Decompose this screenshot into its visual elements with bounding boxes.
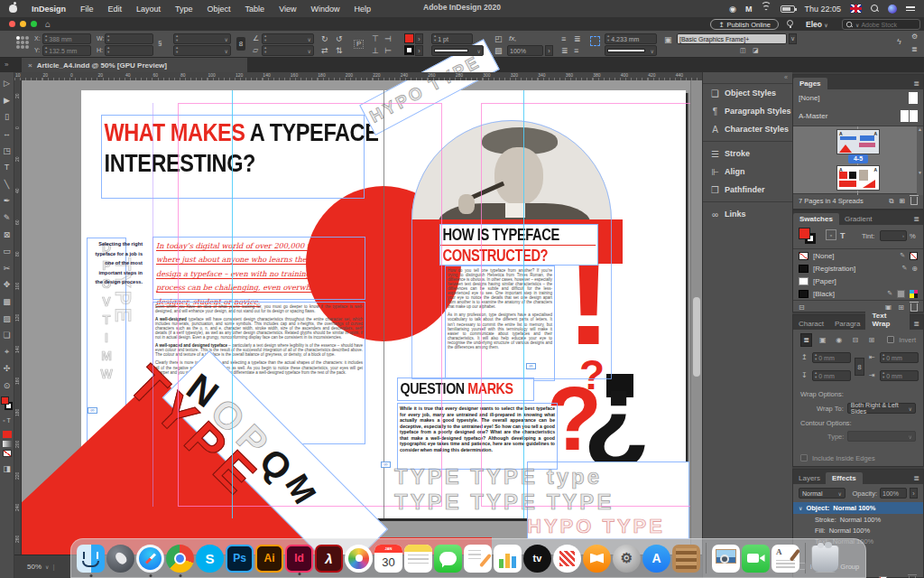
- scrollbar-thumb[interactable]: [693, 297, 700, 377]
- gear-icon[interactable]: ⚙: [911, 33, 918, 41]
- effects-fx-icon[interactable]: fx,: [509, 35, 516, 42]
- effects-opacity-chevron[interactable]: ›: [910, 488, 918, 499]
- dock-notes-icon[interactable]: [404, 545, 432, 573]
- document-tab[interactable]: × Article_A4.indd @ 50% [GPU Preview]: [22, 58, 247, 72]
- publish-online-button[interactable]: ↥Publish Online: [710, 19, 779, 30]
- h-field[interactable]: ▴▾: [105, 45, 153, 56]
- pages-scrollbar[interactable]: ▲▼: [917, 126, 923, 195]
- reference-point-proxy[interactable]: [16, 36, 29, 49]
- swatch-row-black[interactable]: [Black] ✎: [793, 287, 923, 300]
- delete-page-icon[interactable]: [910, 197, 918, 205]
- effects-row-object[interactable]: ∨ Object: Normal 100%: [793, 502, 923, 514]
- rotate-cw-icon[interactable]: ↻: [321, 35, 328, 43]
- dock-finder-icon[interactable]: [77, 545, 105, 573]
- tab-layers[interactable]: Layers: [793, 472, 826, 484]
- offset-top-field[interactable]: ▴▾0 mm: [812, 352, 851, 363]
- offset-link-icon[interactable]: 8: [855, 358, 864, 376]
- align-bottom-icon[interactable]: ⊥: [372, 47, 379, 55]
- wrap-object-shape-button[interactable]: ◉: [833, 333, 845, 347]
- contour-type-dropdown[interactable]: ∨: [847, 431, 916, 442]
- delete-swatch-icon[interactable]: [910, 303, 918, 312]
- dock-skype-icon[interactable]: S: [196, 545, 224, 573]
- y-field[interactable]: ▴▾132.5 mm: [42, 45, 91, 56]
- panel-links[interactable]: ∞Links: [703, 205, 792, 223]
- opacity-field[interactable]: 100%: [507, 45, 543, 56]
- stock-search-input[interactable]: [861, 22, 915, 28]
- note-tool[interactable]: ❏: [0, 327, 14, 344]
- dock-grid-app-icon[interactable]: [672, 545, 700, 573]
- hand-tool[interactable]: ✣: [0, 360, 14, 378]
- dock-textedit-icon[interactable]: A: [772, 545, 799, 573]
- rectangle-tool[interactable]: ▭: [0, 243, 14, 260]
- dock-settings-icon[interactable]: ⚙: [613, 545, 641, 573]
- dock-safari-icon[interactable]: [136, 545, 164, 573]
- pencil-tool[interactable]: ✎: [0, 210, 14, 227]
- wrap-to-dropdown[interactable]: Both Right & Left Sides∨: [847, 403, 916, 414]
- content-collector-tool[interactable]: ◳: [0, 142, 14, 159]
- swatch-row-registration[interactable]: [Registration] ✎ ⊕: [793, 262, 923, 275]
- formatting-text-icon[interactable]: T: [840, 231, 845, 240]
- offset-right-field[interactable]: ▴▾0 mm: [880, 370, 919, 381]
- dock-acrobat-icon[interactable]: λ: [315, 545, 343, 573]
- dock-pages-icon[interactable]: [464, 545, 492, 573]
- offset-left-field[interactable]: ▴▾0 mm: [880, 352, 919, 363]
- rotate-ccw-icon[interactable]: ↺: [336, 35, 343, 43]
- pages-thumbnail-area[interactable]: A A 4-5 A A ▲▼: [793, 126, 923, 194]
- align-top-icon[interactable]: ⊤: [372, 35, 379, 43]
- effects-panel-menu-icon[interactable]: ≣: [910, 472, 923, 484]
- panel-menu-icon[interactable]: ≣: [911, 46, 918, 53]
- panel-character-styles[interactable]: ACharacter Styles: [703, 120, 792, 138]
- fill-swatch-dropdown[interactable]: ›: [415, 33, 423, 44]
- collapse-panels-icon[interactable]: «: [703, 72, 792, 84]
- panel-paragraph-styles[interactable]: ¶Paragraph Styles: [703, 102, 792, 120]
- dock-tv-icon[interactable]: tv: [523, 545, 551, 573]
- apply-none-button[interactable]: [3, 450, 12, 457]
- pages-master-row[interactable]: A-Master: [793, 107, 923, 126]
- dock-trash-icon[interactable]: [811, 545, 839, 573]
- dock-preview-icon[interactable]: [712, 545, 740, 573]
- free-transform-tool[interactable]: ✥: [0, 276, 14, 294]
- gap-tool[interactable]: ↔: [0, 126, 14, 143]
- dock-indesign-icon[interactable]: Id: [285, 545, 313, 573]
- gradient-feather-tool[interactable]: ▨: [0, 310, 14, 327]
- include-inside-edges-checkbox[interactable]: [800, 454, 808, 461]
- cyan-guide-left[interactable]: [232, 90, 233, 518]
- stroke-style-dropdown[interactable]: ∨: [605, 45, 657, 56]
- left-sidebar-text[interactable]: Selecting the right typeface for a job i…: [94, 239, 143, 287]
- opacity-dropdown[interactable]: ›: [545, 45, 553, 56]
- wrap-bounding-box-button[interactable]: ▣: [817, 333, 828, 347]
- shear-field[interactable]: ▴▾∨: [262, 45, 314, 56]
- adobe-stock-search[interactable]: ∨: [842, 19, 920, 30]
- dock-appstore-icon[interactable]: A: [642, 545, 670, 573]
- panel-pathfinder[interactable]: ❒Pathfinder: [703, 181, 792, 199]
- dock-messages-icon[interactable]: [434, 545, 462, 573]
- tab-pages[interactable]: Pages: [793, 78, 827, 89]
- dock-news-icon[interactable]: [553, 545, 581, 573]
- effects-row-fill[interactable]: Fill:Normal 100%: [793, 525, 923, 536]
- align-paragraph-justify-icon[interactable]: ≣: [574, 35, 581, 43]
- direct-selection-tool[interactable]: ▶: [0, 92, 14, 109]
- fill-stroke-proxy[interactable]: [0, 396, 14, 412]
- offset-bottom-field[interactable]: ▴▾0 mm: [812, 370, 851, 381]
- tint-field[interactable]: ›: [880, 230, 907, 241]
- scissors-tool[interactable]: ✂: [0, 260, 14, 277]
- eyedropper-tool[interactable]: ⌖: [0, 344, 14, 361]
- constrain-scale-icon[interactable]: 8: [236, 37, 245, 51]
- zoom-level[interactable]: 50%: [27, 563, 42, 571]
- close-window-button[interactable]: [9, 21, 15, 27]
- tab-character[interactable]: Charact: [793, 318, 829, 330]
- gradient-tool[interactable]: ▩: [0, 294, 14, 311]
- horizontal-ruler[interactable]: 1020020406080100120140160180200220240260…: [14, 72, 702, 80]
- fill-swatch[interactable]: [404, 33, 414, 43]
- dock-numbers-icon[interactable]: [494, 545, 522, 573]
- dock-photoshop-icon[interactable]: Ps: [226, 545, 254, 573]
- swatches-panel-menu-icon[interactable]: ≣: [910, 213, 923, 225]
- page-transition-icon[interactable]: ⧉: [889, 197, 893, 206]
- dock-chrome-icon[interactable]: [166, 545, 194, 573]
- new-page-icon[interactable]: ⊞: [900, 197, 905, 205]
- dock-photos-icon[interactable]: [345, 545, 373, 573]
- spread-thumb-6-7[interactable]: A A: [837, 166, 879, 190]
- dock-calendar-icon[interactable]: JAN 30: [374, 545, 402, 573]
- swatch-views-icon[interactable]: ⊟: [799, 303, 805, 312]
- toolbar-fill-swatch[interactable]: [1, 396, 9, 405]
